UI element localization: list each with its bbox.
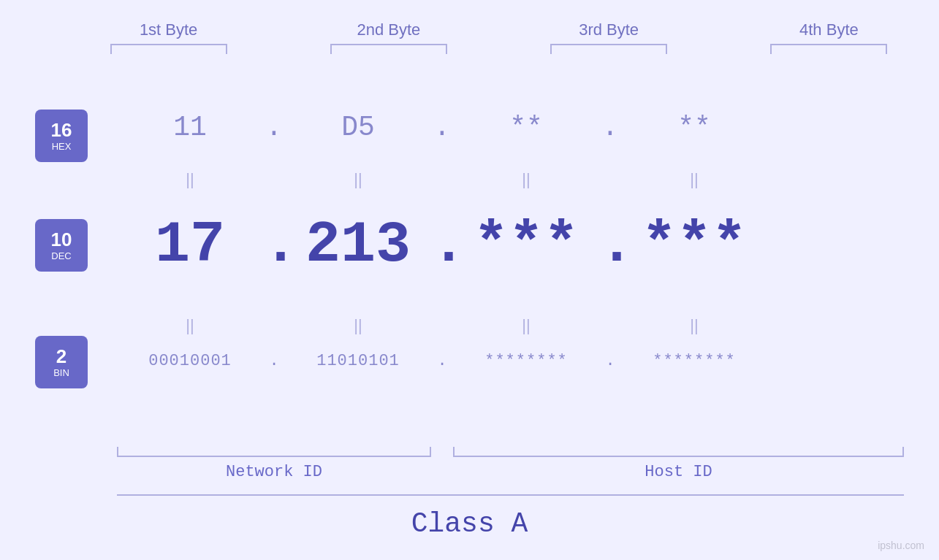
bin-byte1: 00010001	[117, 352, 263, 370]
host-id-bracket-container: Host ID	[453, 447, 904, 481]
eq2-b4: ||	[621, 316, 767, 335]
top-bracket-4	[756, 44, 902, 54]
host-id-bracket	[453, 447, 904, 457]
bin-byte4: ********	[621, 352, 767, 370]
hex-byte3: **	[453, 112, 599, 143]
hex-byte1: 11	[117, 112, 263, 143]
eq1-sep3	[599, 170, 621, 189]
hex-dot1: .	[263, 112, 285, 143]
top-bracket-2	[316, 44, 462, 54]
eq1-b3: ||	[453, 170, 599, 189]
equals-row-1: || || || ||	[0, 170, 939, 189]
hex-dot2: .	[431, 112, 453, 143]
dec-dot1: .	[263, 212, 285, 278]
hex-byte2: D5	[285, 112, 431, 143]
bracket-top-1	[110, 44, 227, 54]
main-layout: 1st Byte 2nd Byte 3rd Byte 4th Byte 16 H…	[0, 0, 939, 560]
dec-byte4: ***	[621, 212, 767, 278]
hex-dot3: .	[599, 112, 621, 143]
watermark: ipshu.com	[878, 540, 924, 551]
bracket-top-2	[330, 44, 447, 54]
network-id-label: Network ID	[226, 463, 322, 481]
network-id-bracket	[117, 447, 431, 457]
eq2-sep3	[599, 316, 621, 335]
top-bracket-3	[536, 44, 682, 54]
top-brackets	[0, 44, 939, 54]
class-label: Class A	[411, 508, 528, 540]
header-byte4: 4th Byte	[756, 20, 902, 39]
eq2-sep2	[431, 316, 453, 335]
eq2-b1: ||	[117, 316, 263, 335]
bracket-top-3	[550, 44, 667, 54]
bin-byte2: 11010101	[285, 352, 431, 370]
network-id-bracket-container: Network ID	[117, 447, 431, 481]
eq2-b3: ||	[453, 316, 599, 335]
dec-dot3: .	[599, 212, 621, 278]
header-byte1: 1st Byte	[96, 20, 242, 39]
eq1-b2: ||	[285, 170, 431, 189]
header-byte2: 2nd Byte	[316, 20, 462, 39]
bin-dot1: .	[263, 352, 285, 370]
bin-byte3: ********	[453, 352, 599, 370]
bin-data-row: 00010001 . 11010101 . ******** . *******…	[0, 352, 939, 370]
bottom-full-line	[117, 494, 904, 496]
host-id-label: Host ID	[645, 463, 712, 481]
hex-data-row: 11 . D5 . ** . **	[0, 112, 939, 143]
eq2-b2: ||	[285, 316, 431, 335]
bracket-top-4	[770, 44, 887, 54]
dec-byte2: 213	[285, 212, 431, 278]
eq1-b1: ||	[117, 170, 263, 189]
dec-byte3: ***	[453, 212, 599, 278]
eq1-b4: ||	[621, 170, 767, 189]
dec-byte1: 17	[117, 212, 263, 278]
eq2-sep1	[263, 316, 285, 335]
dec-data-row: 17 . 213 . *** . ***	[0, 212, 939, 278]
bin-dot3: .	[599, 352, 621, 370]
header-byte3: 3rd Byte	[536, 20, 682, 39]
bin-dot2: .	[431, 352, 453, 370]
dec-dot2: .	[431, 212, 453, 278]
hex-byte4: **	[621, 112, 767, 143]
eq1-sep2	[431, 170, 453, 189]
class-row: Class A	[0, 508, 939, 540]
eq1-sep1	[263, 170, 285, 189]
byte-headers: 1st Byte 2nd Byte 3rd Byte 4th Byte	[0, 0, 939, 39]
top-bracket-1	[96, 44, 242, 54]
equals-row-2: || || || ||	[0, 316, 939, 335]
